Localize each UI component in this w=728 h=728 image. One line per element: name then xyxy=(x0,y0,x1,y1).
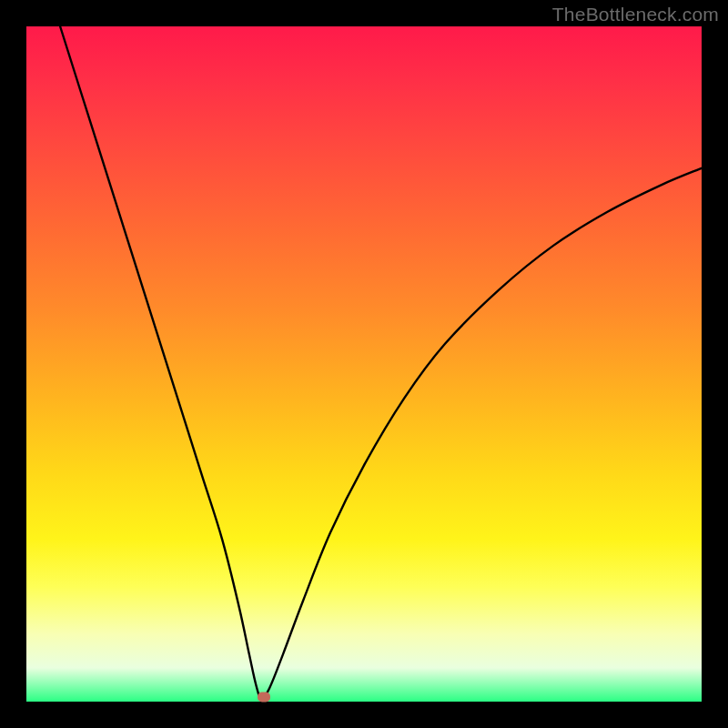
watermark-text: TheBottleneck.com xyxy=(552,4,719,25)
bottleneck-marker xyxy=(258,692,270,702)
chart-frame: TheBottleneck.com xyxy=(0,0,728,728)
bottleneck-curve xyxy=(26,26,702,702)
chart-plot-area xyxy=(26,26,702,702)
